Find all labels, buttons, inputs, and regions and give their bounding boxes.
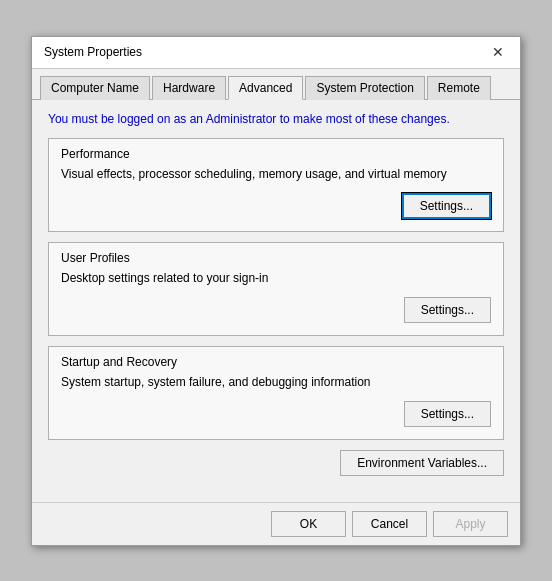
user-profiles-btn-row: Settings...: [61, 297, 491, 323]
startup-recovery-label: Startup and Recovery: [61, 355, 491, 369]
tab-bar: Computer Name Hardware Advanced System P…: [32, 69, 520, 100]
user-profiles-label: User Profiles: [61, 251, 491, 265]
user-profiles-section: User Profiles Desktop settings related t…: [48, 242, 504, 336]
tab-advanced[interactable]: Advanced: [228, 76, 303, 100]
tab-computer-name[interactable]: Computer Name: [40, 76, 150, 100]
cancel-button[interactable]: Cancel: [352, 511, 427, 537]
tab-system-protection[interactable]: System Protection: [305, 76, 424, 100]
environment-variables-button[interactable]: Environment Variables...: [340, 450, 504, 476]
performance-section: Performance Visual effects, processor sc…: [48, 138, 504, 232]
title-bar: System Properties ✕: [32, 37, 520, 69]
user-profiles-desc: Desktop settings related to your sign-in: [61, 271, 491, 285]
startup-recovery-btn-row: Settings...: [61, 401, 491, 427]
system-properties-dialog: System Properties ✕ Computer Name Hardwa…: [31, 36, 521, 546]
dialog-footer: OK Cancel Apply: [32, 502, 520, 545]
startup-recovery-section: Startup and Recovery System startup, sys…: [48, 346, 504, 440]
performance-desc: Visual effects, processor scheduling, me…: [61, 167, 491, 181]
tab-hardware[interactable]: Hardware: [152, 76, 226, 100]
env-variables-row: Environment Variables...: [48, 450, 504, 480]
tab-remote[interactable]: Remote: [427, 76, 491, 100]
performance-label: Performance: [61, 147, 491, 161]
user-profiles-settings-button[interactable]: Settings...: [404, 297, 491, 323]
tab-content: You must be logged on as an Administrato…: [32, 100, 520, 502]
dialog-title: System Properties: [44, 45, 142, 59]
admin-info-text: You must be logged on as an Administrato…: [48, 112, 504, 126]
ok-button[interactable]: OK: [271, 511, 346, 537]
performance-btn-row: Settings...: [61, 193, 491, 219]
performance-settings-button[interactable]: Settings...: [402, 193, 491, 219]
startup-recovery-desc: System startup, system failure, and debu…: [61, 375, 491, 389]
close-button[interactable]: ✕: [488, 42, 508, 62]
startup-recovery-settings-button[interactable]: Settings...: [404, 401, 491, 427]
apply-button[interactable]: Apply: [433, 511, 508, 537]
